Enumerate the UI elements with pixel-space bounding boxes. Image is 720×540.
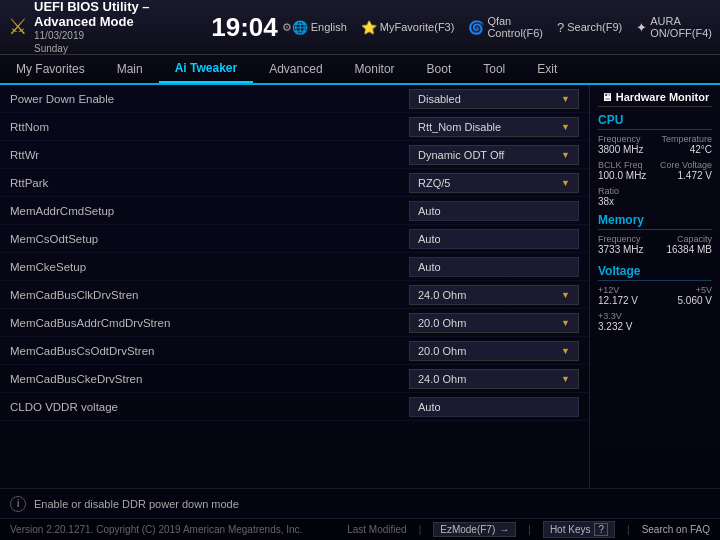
memcadbusaddr-value[interactable]: 20.0 Ohm ▼ (409, 313, 579, 333)
rttwr-value[interactable]: Dynamic ODT Off ▼ (409, 145, 579, 165)
power-down-dropdown[interactable]: Disabled ▼ (409, 89, 579, 109)
info-text: Enable or disable DDR power down mode (34, 498, 239, 510)
power-down-value[interactable]: Disabled ▼ (409, 89, 579, 109)
memcadbusclk-value[interactable]: 24.0 Ohm ▼ (409, 285, 579, 305)
memcadbusaddr-dropdown[interactable]: 20.0 Ohm ▼ (409, 313, 579, 333)
chevron-down-icon: ▼ (561, 318, 570, 328)
chevron-down-icon: ▼ (561, 374, 570, 384)
myfavorites-label: MyFavorite(F3) (380, 21, 455, 33)
memcadbuscs-value[interactable]: 20.0 Ohm ▼ (409, 341, 579, 361)
memcke-label: MemCkeSetup (10, 261, 409, 273)
myfavorites-tool[interactable]: ⭐ MyFavorite(F3) (361, 20, 455, 35)
logo-area: ⚔ UEFI BIOS Utility – Advanced Mode 11/0… (8, 0, 292, 55)
setting-power-down-enable[interactable]: Power Down Enable Disabled ▼ (0, 85, 589, 113)
chevron-down-icon: ▼ (561, 178, 570, 188)
cldo-vddr-text: Auto (409, 397, 579, 417)
language-label: English (311, 21, 347, 33)
nav-exit[interactable]: Exit (521, 55, 573, 83)
fan-icon: 🌀 (468, 20, 484, 35)
favorites-icon: ⭐ (361, 20, 377, 35)
cpu-ratio-row: Ratio 38x (598, 186, 712, 207)
setting-rttpark[interactable]: RttPark RZQ/5 ▼ (0, 169, 589, 197)
info-icon: i (10, 496, 26, 512)
rttpark-dropdown[interactable]: RZQ/5 ▼ (409, 173, 579, 193)
cpu-freq-row: Frequency 3800 MHz Temperature 42°C (598, 134, 712, 158)
nav-main[interactable]: Main (101, 55, 159, 83)
rttwr-dropdown[interactable]: Dynamic ODT Off ▼ (409, 145, 579, 165)
memcadbus-dropdown[interactable]: 24.0 Ohm ▼ (409, 369, 579, 389)
setting-cldo-vddr[interactable]: CLDO VDDR voltage Auto (0, 393, 589, 421)
rttpark-value[interactable]: RZQ/5 ▼ (409, 173, 579, 193)
setting-memaddrcmdsetup[interactable]: MemAddrCmdSetup Auto (0, 197, 589, 225)
hotkeys-badge: ? (594, 523, 608, 536)
rttwr-label: RttWr (10, 149, 409, 161)
nav-advanced[interactable]: Advanced (253, 55, 338, 83)
cpu-bclk-row: BCLK Freq 100.0 MHz Core Voltage 1.472 V (598, 160, 712, 184)
memaddrcmd-label: MemAddrCmdSetup (10, 205, 409, 217)
memcsodt-label: MemCsOdtSetup (10, 233, 409, 245)
memcsodt-text: Auto (409, 229, 579, 249)
aura-tool[interactable]: ✦ AURA ON/OFF(F4) (636, 15, 712, 39)
nav-tool[interactable]: Tool (467, 55, 521, 83)
chevron-down-icon: ▼ (561, 346, 570, 356)
mem-row: Frequency 3733 MHz Capacity 16384 MB (598, 234, 712, 258)
setting-memcadbusclk[interactable]: MemCadBusClkDrvStren 24.0 Ohm ▼ (0, 281, 589, 309)
memcke-text: Auto (409, 257, 579, 277)
rttnom-label: RttNom (10, 121, 409, 133)
power-down-label: Power Down Enable (10, 93, 409, 105)
setting-memcsodt[interactable]: MemCsOdtSetup Auto (0, 225, 589, 253)
search-faq-label[interactable]: Search on FAQ (642, 524, 710, 535)
copyright-text: Version 2.20.1271. Copyright (C) 2019 Am… (10, 524, 302, 535)
asus-logo-icon: ⚔ (8, 14, 28, 40)
top-bar: ⚔ UEFI BIOS Utility – Advanced Mode 11/0… (0, 0, 720, 55)
chevron-down-icon: ▼ (561, 290, 570, 300)
nav-favorites[interactable]: My Favorites (0, 55, 101, 83)
setting-memcadbus[interactable]: MemCadBusCkeDrvStren 24.0 Ohm ▼ (0, 365, 589, 393)
rttnom-value[interactable]: Rtt_Nom Disable ▼ (409, 117, 579, 137)
aura-label: AURA ON/OFF(F4) (650, 15, 712, 39)
main-layout: Power Down Enable Disabled ▼ RttNom Rtt_… (0, 85, 720, 488)
hw-monitor-title: 🖥 Hardware Monitor (598, 91, 712, 107)
ezmode-button[interactable]: EzMode(F7) → (433, 522, 516, 537)
setting-memcadbuscs[interactable]: MemCadBusCsOdtDrvStren 20.0 Ohm ▼ (0, 337, 589, 365)
bottom-bar: Version 2.20.1271. Copyright (C) 2019 Am… (0, 518, 720, 540)
setting-memcke[interactable]: MemCkeSetup Auto (0, 253, 589, 281)
memcadbusclk-label: MemCadBusClkDrvStren (10, 289, 409, 301)
nav-boot[interactable]: Boot (411, 55, 468, 83)
setting-rttnom[interactable]: RttNom Rtt_Nom Disable ▼ (0, 113, 589, 141)
clock-settings-icon[interactable]: ⚙ (282, 21, 292, 34)
memcadbuscs-dropdown[interactable]: 20.0 Ohm ▼ (409, 341, 579, 361)
memaddrcmd-text: Auto (409, 201, 579, 221)
language-tool[interactable]: 🌐 English (292, 20, 347, 35)
aura-icon: ✦ (636, 20, 647, 35)
nav-monitor[interactable]: Monitor (339, 55, 411, 83)
nav-ai-tweaker[interactable]: Ai Tweaker (159, 55, 253, 83)
setting-rttwr[interactable]: RttWr Dynamic ODT Off ▼ (0, 141, 589, 169)
memcadbus-label: MemCadBusCkeDrvStren (10, 373, 409, 385)
setting-memcadbusaddr[interactable]: MemCadBusAddrCmdDrvStren 20.0 Ohm ▼ (0, 309, 589, 337)
memcke-value: Auto (409, 257, 579, 277)
search-tool[interactable]: ? Search(F9) (557, 20, 622, 35)
hotkeys-button[interactable]: Hot Keys ? (543, 521, 615, 538)
memcadbuscs-label: MemCadBusCsOdtDrvStren (10, 345, 409, 357)
cldo-vddr-label: CLDO VDDR voltage (10, 401, 409, 413)
info-bar: i Enable or disable DDR power down mode (0, 488, 720, 518)
monitor-icon: 🖥 (601, 91, 612, 103)
memaddrcmd-value: Auto (409, 201, 579, 221)
nav-bar: My Favorites Main Ai Tweaker Advanced Mo… (0, 55, 720, 85)
clock-display: 19:04 (211, 12, 278, 43)
memcadbusclk-dropdown[interactable]: 24.0 Ohm ▼ (409, 285, 579, 305)
cpu-section-title: CPU (598, 113, 712, 130)
rttnom-dropdown[interactable]: Rtt_Nom Disable ▼ (409, 117, 579, 137)
memcadbusaddr-label: MemCadBusAddrCmdDrvStren (10, 317, 409, 329)
bottom-right: Last Modified | EzMode(F7) → | Hot Keys … (347, 521, 710, 538)
chevron-down-icon: ▼ (561, 150, 570, 160)
qfan-tool[interactable]: 🌀 Qfan Control(F6) (468, 15, 543, 39)
settings-panel: Power Down Enable Disabled ▼ RttNom Rtt_… (0, 85, 590, 488)
search-label: Search(F9) (567, 21, 622, 33)
search-icon: ? (557, 20, 564, 35)
memcadbus-value[interactable]: 24.0 Ohm ▼ (409, 369, 579, 389)
voltage-section-title: Voltage (598, 264, 712, 281)
hw-monitor-panel: 🖥 Hardware Monitor CPU Frequency 3800 MH… (590, 85, 720, 488)
memory-section-title: Memory (598, 213, 712, 230)
